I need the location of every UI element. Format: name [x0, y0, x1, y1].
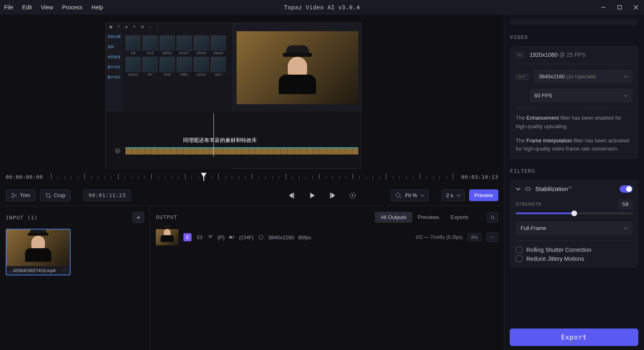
sort-button[interactable]: [487, 212, 498, 223]
side-nav-item[interactable]: 复制: [108, 45, 121, 49]
loop-icon[interactable]: [349, 192, 356, 199]
asset-thumb[interactable]: [211, 57, 226, 72]
svg-point-19: [229, 236, 232, 238]
tab-previews[interactable]: Previews: [412, 212, 445, 223]
stabilize-icon: [525, 186, 531, 192]
track-marker-icon[interactable]: [115, 148, 121, 154]
p-label: (P): [218, 234, 224, 240]
maximize-button[interactable]: [616, 3, 624, 11]
interpolate-icon: [228, 234, 235, 240]
asset-thumb[interactable]: [159, 35, 175, 51]
preview-tab-icon[interactable]: ♪: [149, 25, 151, 29]
preview-tab-icon[interactable]: ▣: [109, 25, 113, 29]
stabilization-toggle[interactable]: [620, 185, 633, 193]
person-illustration: [279, 45, 316, 90]
reduce-jitter-checkbox[interactable]: Reduce Jittery Motions: [516, 256, 633, 262]
step-back-icon[interactable]: [288, 192, 295, 199]
preview-duration-select[interactable]: 2 s: [442, 189, 465, 201]
export-button[interactable]: Export: [510, 329, 638, 346]
preview-button[interactable]: Preview: [469, 189, 498, 201]
asset-thumb-label: 细节: [142, 73, 158, 77]
preview-tab-icon[interactable]: ✦: [133, 25, 136, 29]
video-track[interactable]: [125, 147, 358, 155]
side-nav-item[interactable]: 图片导出: [108, 75, 121, 79]
asset-thumb[interactable]: [159, 57, 175, 72]
preview-tab-icon[interactable]: T: [118, 25, 120, 29]
collapsed-section[interactable]: [510, 19, 638, 25]
app-title: Topaz Video AI v3.0.4: [284, 4, 360, 11]
strength-value[interactable]: 50: [618, 199, 633, 209]
zoom-fit-select[interactable]: Fit %: [391, 189, 429, 202]
asset-thumb-label: 屏幕色彩: [211, 52, 226, 55]
jitter-label: Reduce Jittery Motions: [526, 256, 584, 262]
add-input-button[interactable]: ＋: [133, 212, 144, 223]
embedded-playhead[interactable]: [213, 113, 214, 157]
stabilization-mode-select[interactable]: Full-Frame: [516, 221, 633, 235]
asset-thumb[interactable]: [211, 35, 226, 51]
input-thumbnail[interactable]: …6200419027416.mp4 ⋯: [6, 229, 71, 275]
asset-thumb[interactable]: [194, 57, 209, 72]
asset-thumb[interactable]: [142, 57, 158, 72]
preview-tab-icon[interactable]: ⋮: [155, 25, 159, 29]
divider: [516, 240, 633, 241]
chevron-down-icon[interactable]: [516, 187, 521, 191]
trim-button[interactable]: Trim: [6, 189, 36, 202]
output-more-button[interactable]: ⋯: [486, 232, 498, 242]
in-tag: IN: [516, 52, 524, 58]
crop-button[interactable]: Crop: [40, 189, 71, 202]
sort-icon: [491, 215, 495, 220]
asset-thumb[interactable]: [142, 35, 158, 51]
play-icon[interactable]: [308, 192, 316, 199]
menu-edit[interactable]: Edit: [22, 4, 32, 11]
preview-tab-icon[interactable]: ⊞: [141, 25, 144, 29]
preview-thumbs-grid: 亮度对比度画面增强曝光度下背景增强屏幕色彩画质优化细节饱和度画面纹动态优化优化下: [125, 35, 232, 77]
output-resolution-select[interactable]: 3840x2160 (2x Upscale): [534, 70, 633, 83]
timecode-input[interactable]: 00:01:11:23: [83, 189, 131, 201]
output-fps-select[interactable]: 60 FPS: [530, 89, 633, 102]
preview-tab-icon[interactable]: ◈: [125, 25, 128, 29]
preview-top-tabs: ▣ T ◈ ✦ ⊞ ♪ ⋮: [106, 23, 233, 30]
svg-line-16: [400, 197, 401, 198]
side-nav-item[interactable]: 画面修复: [108, 55, 121, 59]
scissors-icon: [11, 192, 17, 199]
svg-marker-8: [289, 193, 293, 198]
svg-rect-1: [618, 6, 622, 9]
side-nav-item[interactable]: 有效出图: [108, 34, 121, 39]
svg-point-14: [352, 195, 353, 196]
strength-label: STRENGTH: [516, 202, 541, 206]
menu-view[interactable]: View: [41, 4, 53, 11]
output-fps: 60fps: [298, 234, 311, 240]
menu-file[interactable]: File: [4, 4, 13, 11]
tab-exports[interactable]: Exports: [445, 212, 474, 223]
tab-all-outputs[interactable]: All Outputs: [375, 212, 412, 223]
rolling-shutter-checkbox[interactable]: Rolling Shutter Correction: [516, 247, 633, 253]
asset-thumb[interactable]: [125, 57, 141, 72]
crop-icon: [45, 192, 52, 199]
strength-slider[interactable]: [516, 213, 633, 214]
close-button[interactable]: [632, 3, 640, 11]
asset-thumb[interactable]: [177, 35, 192, 51]
input-more-icon[interactable]: ⋯: [63, 268, 67, 273]
minimize-button[interactable]: [599, 3, 607, 11]
asset-thumb[interactable]: [177, 57, 192, 72]
chf-label: (CHF): [239, 234, 253, 240]
timeline-ruler[interactable]: [51, 173, 453, 181]
menu-help[interactable]: Help: [91, 4, 103, 11]
rolling-label: Rolling Shutter Correction: [526, 247, 591, 253]
side-nav-item[interactable]: 图片对焦: [108, 65, 121, 69]
output-title: OUTPUT: [156, 214, 177, 220]
svg-point-15: [396, 193, 400, 197]
playback-right: Fit % · 2 s Preview: [391, 189, 498, 202]
window-controls: [599, 3, 640, 11]
asset-thumb[interactable]: [125, 35, 141, 51]
timecode-value: 00:01:11:23: [88, 192, 126, 198]
svg-point-4: [12, 193, 13, 195]
output-row[interactable]: E (P) (CHF) 3840x2160 60fps 0/2 — 7m46s …: [156, 229, 498, 245]
step-forward-icon[interactable]: [329, 192, 336, 199]
output-resolution: 3840x2160: [268, 234, 294, 240]
asset-thumb[interactable]: [194, 35, 209, 51]
ai-badge: AI: [568, 185, 572, 189]
asset-thumb-label: 对比度: [142, 52, 158, 55]
slider-knob[interactable]: [571, 210, 577, 216]
menu-process[interactable]: Process: [62, 4, 83, 11]
